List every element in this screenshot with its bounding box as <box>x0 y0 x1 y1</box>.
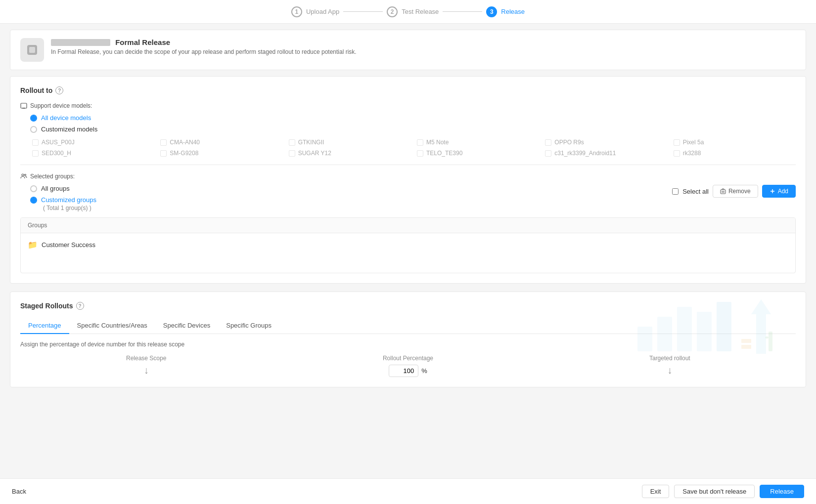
staged-rollouts-section: Staged Rollouts ? Percentage Specific Co… <box>10 292 806 387</box>
total-groups-label: ( Total 1 group(s) ) <box>43 205 96 211</box>
tab-devices[interactable]: Specific Devices <box>155 318 218 334</box>
staged-rollouts-info-icon[interactable]: ? <box>76 302 84 310</box>
device-model-item: SED300_H <box>32 150 154 157</box>
groups-radio-group: All groups Customized groups ( Total 1 g… <box>30 185 96 211</box>
rollout-percentage-label: Rollout Percentage <box>282 355 534 362</box>
remove-button[interactable]: Remove <box>713 185 758 198</box>
device-model-item: ASUS_P00J <box>32 139 154 146</box>
svg-rect-21 <box>765 336 769 338</box>
step-line-1 <box>343 11 383 12</box>
device-model-item: OPPO R9s <box>545 139 667 146</box>
device-model-item: GTKINGII <box>289 139 411 146</box>
customized-models-radio[interactable] <box>30 126 37 133</box>
groups-row: All groups Customized groups ( Total 1 g… <box>20 185 796 211</box>
groups-actions: Select all Remove Add <box>672 185 796 198</box>
device-model-item: M5 Note <box>417 139 539 146</box>
device-model-item: SUGAR Y12 <box>289 150 411 157</box>
app-header-text: Formal Release In Formal Release, you ca… <box>51 38 357 55</box>
step-test-label: Test Release <box>402 8 439 15</box>
step-release-label: Release <box>501 8 525 15</box>
rollout-title: Rollout to ? <box>20 86 796 94</box>
targeted-rollout-col: Targeted rollout ↓ <box>544 355 796 377</box>
device-checkbox <box>32 139 39 146</box>
device-checkbox <box>417 150 423 157</box>
step-test-circle: 2 <box>387 6 398 17</box>
groups-icon <box>20 173 27 180</box>
tab-countries[interactable]: Specific Countries/Areas <box>69 318 155 334</box>
groups-label: Selected groups: <box>20 173 796 180</box>
device-checkbox <box>674 139 680 146</box>
tab-percentage[interactable]: Percentage <box>20 318 69 334</box>
staged-rollouts-tabs: Percentage Specific Countries/Areas Spec… <box>20 318 796 334</box>
device-model-item: c31_rk3399_Android11 <box>545 150 667 157</box>
device-checkbox <box>160 139 167 146</box>
all-groups-radio[interactable] <box>30 185 37 192</box>
folder-icon: 📁 <box>28 240 38 250</box>
all-device-models-option[interactable]: All device models <box>30 114 796 122</box>
svg-point-4 <box>22 174 24 176</box>
customized-groups-option[interactable]: Customized groups <box>30 196 96 204</box>
svg-rect-1 <box>29 47 35 53</box>
device-checkbox <box>417 139 423 146</box>
step-release-circle: 3 <box>486 6 497 17</box>
release-scope-col: Release Scope ↓ <box>20 355 272 377</box>
rollout-percentage-col: Rollout Percentage % <box>282 355 534 377</box>
targeted-rollout-value: ↓ <box>544 365 796 376</box>
rollout-percentage-input-row: % <box>282 365 534 377</box>
step-line-2 <box>443 11 482 12</box>
device-models-grid: ASUS_P00JCMA-AN40GTKINGIIM5 NoteOPPO R9s… <box>32 139 796 157</box>
step-test: 2 Test Release <box>387 6 439 17</box>
stepper-bar: 1 Upload App 2 Test Release 3 Release <box>0 0 816 24</box>
step-release: 3 Release <box>486 6 525 17</box>
add-button[interactable]: Add <box>762 185 796 198</box>
device-models-label: Support device models: <box>20 102 796 109</box>
rollout-description: Assign the percentage of device number f… <box>20 341 796 348</box>
device-checkbox <box>289 150 295 157</box>
device-icon <box>20 102 27 109</box>
groups-table-body: 📁Customer Success <box>21 233 795 273</box>
blurred-app-name <box>51 39 110 46</box>
step-upload-label: Upload App <box>306 8 339 15</box>
app-title: Formal Release <box>51 38 357 46</box>
select-all-checkbox[interactable] <box>672 188 679 195</box>
remove-icon <box>720 188 726 194</box>
rollout-info-icon[interactable]: ? <box>55 86 63 94</box>
customized-models-option[interactable]: Customized models <box>30 126 796 133</box>
device-model-item: rk3288 <box>674 150 796 157</box>
release-scope-label: Release Scope <box>20 355 272 362</box>
device-model-item: TELO_TE390 <box>417 150 539 157</box>
all-groups-option[interactable]: All groups <box>30 185 96 192</box>
app-icon <box>20 38 44 62</box>
device-model-item: SM-G9208 <box>160 150 282 157</box>
step-upload: 1 Upload App <box>291 6 339 17</box>
svg-rect-2 <box>21 103 27 108</box>
step-upload-circle: 1 <box>291 6 302 17</box>
svg-point-5 <box>25 174 26 176</box>
app-description: In Formal Release, you can decide the sc… <box>51 48 357 55</box>
device-checkbox <box>545 139 551 146</box>
groups-table-header: Groups <box>21 218 795 233</box>
release-scope-value: ↓ <box>20 365 272 376</box>
groups-table: Groups 📁Customer Success <box>20 217 796 273</box>
customized-groups-radio[interactable] <box>30 197 37 204</box>
group-item: 📁Customer Success <box>28 238 788 252</box>
device-model-options: All device models Customized models <box>30 114 796 133</box>
tab-groups[interactable]: Specific Groups <box>218 318 279 334</box>
all-device-models-radio[interactable] <box>30 115 37 122</box>
rollout-percentage-input[interactable] <box>389 365 418 377</box>
device-checkbox <box>674 150 680 157</box>
svg-rect-3 <box>22 108 25 109</box>
rollout-section: Rollout to ? Support device models: All … <box>10 76 806 284</box>
device-checkbox <box>545 150 551 157</box>
device-model-item: Pixel 5a <box>674 139 796 146</box>
device-model-item: CMA-AN40 <box>160 139 282 146</box>
divider-1 <box>20 165 796 165</box>
add-icon <box>770 188 775 194</box>
device-checkbox <box>160 150 167 157</box>
staged-rollouts-title: Staged Rollouts ? <box>20 302 796 310</box>
device-models-area: ASUS_P00JCMA-AN40GTKINGIIM5 NoteOPPO R9s… <box>20 139 796 157</box>
device-checkbox <box>32 150 39 157</box>
targeted-rollout-label: Targeted rollout <box>544 355 796 362</box>
rollout-columns: Release Scope ↓ Rollout Percentage % Tar… <box>20 355 796 377</box>
app-header-section: Formal Release In Formal Release, you ca… <box>10 30 806 70</box>
